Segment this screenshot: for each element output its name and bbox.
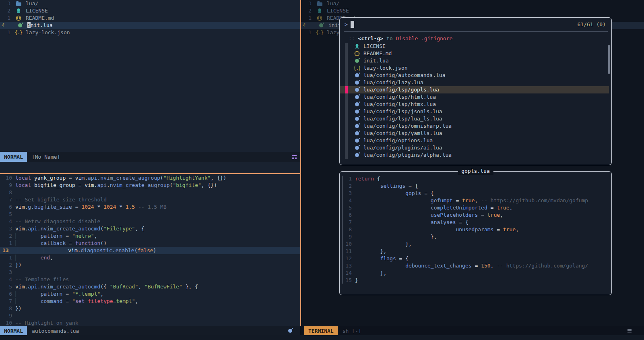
code-line[interactable]: 2▏ pattern = "netrw", bbox=[0, 232, 300, 240]
code-line[interactable]: 9 bbox=[0, 312, 300, 319]
lua-icon bbox=[354, 88, 360, 92]
code-line[interactable]: 7 analyses = { bbox=[340, 219, 611, 226]
code-line[interactable]: 8}) bbox=[0, 305, 300, 312]
code-line[interactable]: 12 flags = { bbox=[340, 255, 611, 262]
code-line[interactable]: 4-- Template files bbox=[0, 276, 300, 283]
token-str: "HighlightYank" bbox=[163, 175, 211, 181]
gutter-strip bbox=[345, 151, 348, 159]
picker-item[interactable]: lua/config/autocomands.lua bbox=[340, 72, 609, 79]
code-line[interactable]: 6▏ pattern = "*.templ", bbox=[0, 290, 300, 298]
file-name: LICENSE bbox=[327, 7, 349, 15]
code-line[interactable]: 5vim.api.nvim_create_autocmd({ "BufRead"… bbox=[0, 283, 300, 290]
code-line[interactable]: 1return { bbox=[340, 175, 611, 182]
token-fld: usePlaceholders bbox=[431, 212, 478, 218]
line-number: 1 bbox=[301, 15, 312, 22]
code-line[interactable]: 1▏ end, bbox=[0, 254, 300, 261]
picker-item[interactable]: lua/config/lsp/gopls.lua bbox=[340, 86, 609, 93]
picker-item[interactable]: lua/config/options.lua bbox=[340, 137, 609, 144]
command-line[interactable] bbox=[0, 335, 644, 340]
picker-item[interactable]: lua/config/plugins/alpha.lua bbox=[340, 151, 609, 159]
code-line[interactable]: 10local yank_group = vim.api.nvim_create… bbox=[0, 174, 300, 182]
preview-scrollbar[interactable] bbox=[342, 176, 343, 284]
code-line[interactable]: 14 }, bbox=[340, 270, 611, 277]
picker-item[interactable]: LICENSE bbox=[340, 43, 609, 50]
tree-row[interactable]: 3lua/ bbox=[0, 0, 300, 7]
file-path: lua/config/lsp/yamlls.lua bbox=[363, 130, 442, 137]
picker-item[interactable]: lua/config/plugins/ai.lua bbox=[340, 144, 609, 151]
code-text: analyses = { bbox=[355, 219, 469, 226]
line-number: 6 bbox=[0, 290, 12, 298]
header-segment: to bbox=[383, 35, 396, 41]
token-var: vim bbox=[68, 247, 77, 253]
picker-item[interactable]: README.md bbox=[340, 50, 609, 57]
token-com: -- https://github.com/golang/ bbox=[493, 263, 588, 269]
code-line[interactable]: 8 unusedparams = true, bbox=[340, 226, 611, 233]
file-explorer-pane[interactable]: 3lua/2LICENSE1README.md4init.lua1{.}lazy… bbox=[0, 0, 300, 152]
code-line[interactable]: 13▏ ▏ vim.diagnostic.enable(false) bbox=[0, 247, 300, 254]
picker-item[interactable]: lua/config/lsp/jsonls.lua bbox=[340, 108, 609, 115]
code-line[interactable]: 8 bbox=[0, 189, 300, 196]
picker-item[interactable]: lua/config/lsp/lua_ls.lua bbox=[340, 115, 609, 122]
picker-item[interactable]: lua/config/lsp/html.lua bbox=[340, 93, 609, 101]
lua-green-icon bbox=[354, 59, 360, 63]
search-input[interactable]: > 61/61 (0) bbox=[340, 18, 611, 29]
code-line[interactable]: 7-- Set bigfile size threshold bbox=[0, 196, 300, 203]
code-line[interactable]: 3 bbox=[0, 269, 300, 276]
token-fld: callback bbox=[41, 240, 66, 246]
code-line[interactable]: 11 }, bbox=[340, 248, 611, 255]
tree-row[interactable]: 2LICENSE bbox=[301, 7, 644, 15]
code-line[interactable]: 5 completeUnimported = true, bbox=[340, 204, 611, 211]
tree-row[interactable]: 1{.}lazy-lock.json bbox=[0, 29, 300, 36]
code-line[interactable]: 9local bigfile_group = vim.api.nvim_crea… bbox=[0, 182, 300, 189]
gutter-strip bbox=[345, 101, 348, 108]
code-line[interactable]: 6 usePlaceholders = true, bbox=[340, 211, 611, 219]
file-path: README.md bbox=[363, 50, 392, 57]
code-line[interactable]: 10-- Highlight on yank bbox=[0, 319, 300, 326]
code-text bbox=[15, 189, 19, 196]
code-text: gofumpt = true, -- https://github.com/mv… bbox=[355, 197, 588, 204]
preview-title: gopls.lua bbox=[458, 168, 493, 175]
token-pun: = bbox=[66, 240, 75, 246]
tree-row[interactable]: 1README.md bbox=[0, 15, 300, 22]
code-line[interactable]: 15} bbox=[340, 277, 611, 284]
token-fld: gofumpt bbox=[431, 197, 453, 203]
token-pun bbox=[355, 197, 431, 203]
picker-item[interactable]: init.lua bbox=[340, 57, 609, 64]
token-fld: api bbox=[28, 226, 37, 232]
token-pun: * bbox=[116, 204, 125, 210]
code-line[interactable]: 2 settings = { bbox=[340, 182, 611, 190]
code-line[interactable]: 5 bbox=[0, 211, 300, 218]
tree-row[interactable]: 2LICENSE bbox=[0, 7, 300, 15]
token-var: vim bbox=[15, 284, 25, 290]
code-line[interactable]: 6vim.g.bigfile_size = 1024 * 1024 * 1.5 … bbox=[0, 203, 300, 211]
gutter-strip bbox=[345, 57, 348, 64]
picker-item[interactable]: lua/config/lsp/yamlls.lua bbox=[340, 130, 609, 137]
code-line[interactable]: 4-- Netrw diagnostic disable bbox=[0, 218, 300, 225]
code-line[interactable]: 1▏ callback = function() bbox=[0, 240, 300, 247]
picker-item[interactable]: lua/config/lsp/htmx.lua bbox=[340, 101, 609, 108]
code-line[interactable]: 10 }, bbox=[340, 240, 611, 248]
tree-row[interactable]: 4init.lua bbox=[0, 22, 300, 29]
gutter-strip bbox=[345, 72, 348, 79]
code-line[interactable]: 4 gofumpt = true, -- https://github.com/… bbox=[340, 197, 611, 204]
code-line[interactable]: 9 }, bbox=[340, 233, 611, 240]
code-line[interactable]: 2}) bbox=[0, 261, 300, 269]
code-line[interactable]: 3vim.api.nvim_create_autocmd("FileType",… bbox=[0, 225, 300, 232]
token-fld: completeUnimported bbox=[431, 205, 487, 211]
line-number: 13 bbox=[340, 262, 352, 270]
file-path: lua/config/lsp/html.lua bbox=[363, 93, 436, 101]
code-line[interactable]: 3 gopls = { bbox=[340, 190, 611, 197]
code-line[interactable]: 13 debounce_text_changes = 150, -- https… bbox=[340, 262, 611, 270]
token-var: vim bbox=[75, 175, 85, 181]
picker-item[interactable]: lua/config/lsp/omnisharp.lua bbox=[340, 122, 609, 130]
tree-row[interactable]: 3lua/ bbox=[301, 0, 644, 7]
fuzzy-finder-popup[interactable]: > 61/61 (0) :: <ctrl-g> to Disable .giti… bbox=[339, 17, 612, 165]
gutter-strip bbox=[345, 43, 348, 50]
editor-pane[interactable]: 10local yank_group = vim.api.nvim_create… bbox=[0, 174, 300, 326]
statusline-terminal: TERMINAL sh [-] bbox=[301, 326, 644, 335]
scrollbar[interactable] bbox=[608, 45, 610, 74]
picker-item[interactable]: {.}lazy-lock.json bbox=[340, 64, 609, 72]
picker-item[interactable]: lua/config/lazy.lua bbox=[340, 79, 609, 86]
code-line[interactable]: 7▏ command = "set filetype=templ", bbox=[0, 298, 300, 305]
token-pun: , bbox=[510, 205, 513, 211]
